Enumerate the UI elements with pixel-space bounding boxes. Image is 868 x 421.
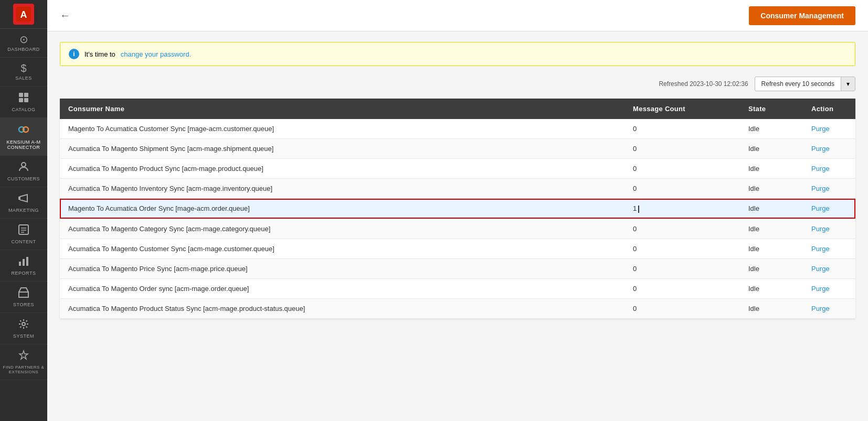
purge-link[interactable]: Purge xyxy=(811,305,830,312)
sidebar-item-sales[interactable]: $ SALES xyxy=(0,58,47,87)
table-row: Magento To Acumatica Order Sync [mage-ac… xyxy=(60,199,855,219)
consumer-name-cell: Magento To Acumatica Customer Sync [mage… xyxy=(60,119,624,139)
sidebar-item-marketing[interactable]: MARKETING xyxy=(0,187,47,219)
message-count-cell: 0 xyxy=(624,219,740,239)
stores-icon xyxy=(18,287,29,300)
message-count-cell: 0 xyxy=(624,139,740,159)
sidebar-label-catalog: CATALOG xyxy=(12,107,35,112)
svg-text:A: A xyxy=(20,9,27,20)
catalog-icon xyxy=(18,92,29,105)
sidebar: A ⊙ DASHBOARD $ SALES CATALOG KENSIUM xyxy=(0,0,47,421)
content-area: i It's time to change your password. Ref… xyxy=(47,31,868,421)
state-cell: Idle xyxy=(740,179,803,199)
purge-link[interactable]: Purge xyxy=(811,285,830,293)
table-row: Magento To Acumatica Customer Sync [mage… xyxy=(60,119,855,139)
sidebar-item-customers[interactable]: CUSTOMERS xyxy=(0,156,47,187)
table-body: Magento To Acumatica Customer Sync [mage… xyxy=(60,119,855,318)
svg-rect-14 xyxy=(19,262,21,266)
sidebar-label-find-partners: FIND PARTNERS & EXTENSIONS xyxy=(3,365,45,374)
consumer-management-button[interactable]: Consumer Management xyxy=(749,6,855,25)
svg-rect-5 xyxy=(24,98,28,102)
action-cell[interactable]: Purge xyxy=(803,219,855,239)
state-cell: Idle xyxy=(740,258,803,278)
sidebar-label-reports: REPORTS xyxy=(12,271,36,276)
alert-text: It's time to xyxy=(84,50,115,58)
consumer-name-cell: Acumatica To Magento Product Sync [acm-m… xyxy=(60,159,624,179)
consumer-name-cell: Acumatica To Magento Product Status Sync… xyxy=(60,298,624,318)
sidebar-item-stores[interactable]: STORES xyxy=(0,282,47,313)
action-cell[interactable]: Purge xyxy=(803,298,855,318)
change-password-link[interactable]: change your password. xyxy=(121,50,191,58)
action-cell[interactable]: Purge xyxy=(803,139,855,159)
sidebar-item-content[interactable]: CONTENT xyxy=(0,219,47,250)
sidebar-label-marketing: MARKETING xyxy=(8,208,39,213)
svg-rect-4 xyxy=(19,98,23,102)
svg-rect-2 xyxy=(19,93,23,97)
sidebar-item-dashboard[interactable]: ⊙ DASHBOARD xyxy=(0,29,47,58)
sidebar-item-kensium[interactable]: KENSIUM A-M CONNECTOR xyxy=(0,118,47,156)
message-count-cell: 0 xyxy=(624,239,740,258)
reports-icon xyxy=(18,255,29,268)
purge-link[interactable]: Purge xyxy=(811,145,830,153)
state-cell: Idle xyxy=(740,298,803,318)
action-cell[interactable]: Purge xyxy=(803,179,855,199)
customers-icon xyxy=(18,161,29,174)
consumer-name-cell: Acumatica To Magento Category Sync [acm-… xyxy=(60,219,624,239)
system-icon xyxy=(18,318,29,331)
consumer-name-cell: Acumatica To Magento Customer Sync [acm-… xyxy=(60,239,624,258)
message-count-cell: 1 xyxy=(624,199,740,219)
purge-link[interactable]: Purge xyxy=(811,265,830,273)
purge-link[interactable]: Purge xyxy=(811,125,830,133)
table-row: Acumatica To Magento Shipment Sync [acm-… xyxy=(60,139,855,159)
sidebar-label-dashboard: DASHBOARD xyxy=(7,47,40,52)
sidebar-label-sales: SALES xyxy=(15,75,32,81)
refresh-dropdown[interactable]: Refresh every 10 seconds ▾ xyxy=(755,77,855,91)
message-count-cell: 0 xyxy=(624,278,740,298)
purge-link[interactable]: Purge xyxy=(811,165,830,172)
kensium-icon xyxy=(17,123,30,137)
table-row: Acumatica To Magento Customer Sync [acm-… xyxy=(60,239,855,258)
message-count-cell: 0 xyxy=(624,119,740,139)
state-cell: Idle xyxy=(740,199,803,219)
topbar: ← Consumer Management xyxy=(47,0,868,31)
back-arrow[interactable]: ← xyxy=(60,9,70,21)
sidebar-item-find-partners[interactable]: FIND PARTNERS & EXTENSIONS xyxy=(0,344,47,380)
purge-link[interactable]: Purge xyxy=(811,185,830,192)
sales-icon: $ xyxy=(20,63,26,73)
sidebar-label-kensium: KENSIUM A-M CONNECTOR xyxy=(3,139,45,150)
message-count-cell: 0 xyxy=(624,298,740,318)
col-header-message-count: Message Count xyxy=(624,99,740,119)
purge-link[interactable]: Purge xyxy=(811,225,830,233)
action-cell[interactable]: Purge xyxy=(803,278,855,298)
marketing-icon xyxy=(18,192,29,206)
sidebar-label-customers: CUSTOMERS xyxy=(7,176,40,181)
table-row: Acumatica To Magento Inventory Sync [acm… xyxy=(60,179,855,199)
consumer-name-cell: Magento To Acumatica Order Sync [mage-ac… xyxy=(60,199,624,219)
consumer-name-cell: Acumatica To Magento Order sync [acm-mag… xyxy=(60,278,624,298)
sidebar-logo: A xyxy=(0,0,47,29)
state-cell: Idle xyxy=(740,139,803,159)
table-row: Acumatica To Magento Product Status Sync… xyxy=(60,298,855,318)
table-header: Consumer Name Message Count State Action xyxy=(60,99,855,119)
purge-link[interactable]: Purge xyxy=(811,204,830,212)
action-cell[interactable]: Purge xyxy=(803,258,855,278)
sidebar-item-catalog[interactable]: CATALOG xyxy=(0,87,47,118)
table-row: Acumatica To Magento Product Sync [acm-m… xyxy=(60,159,855,179)
consumer-name-cell: Acumatica To Magento Price Sync [acm-mag… xyxy=(60,258,624,278)
sidebar-item-system[interactable]: SYSTEM xyxy=(0,313,47,344)
sidebar-label-stores: STORES xyxy=(13,302,34,307)
content-icon xyxy=(18,224,29,237)
table-row: Acumatica To Magento Order sync [acm-mag… xyxy=(60,278,855,298)
refresh-dropdown-arrow[interactable]: ▾ xyxy=(841,77,855,91)
action-cell[interactable]: Purge xyxy=(803,159,855,179)
refresh-dropdown-label: Refresh every 10 seconds xyxy=(755,77,841,91)
action-cell[interactable]: Purge xyxy=(803,119,855,139)
sidebar-item-reports[interactable]: REPORTS xyxy=(0,250,47,282)
refresh-timestamp: Refreshed 2023-10-30 12:02:36 xyxy=(659,80,748,88)
purge-link[interactable]: Purge xyxy=(811,245,830,253)
action-cell[interactable]: Purge xyxy=(803,239,855,258)
state-cell: Idle xyxy=(740,239,803,258)
action-cell[interactable]: Purge xyxy=(803,199,855,219)
svg-rect-9 xyxy=(18,197,20,200)
message-count-cell: 0 xyxy=(624,258,740,278)
